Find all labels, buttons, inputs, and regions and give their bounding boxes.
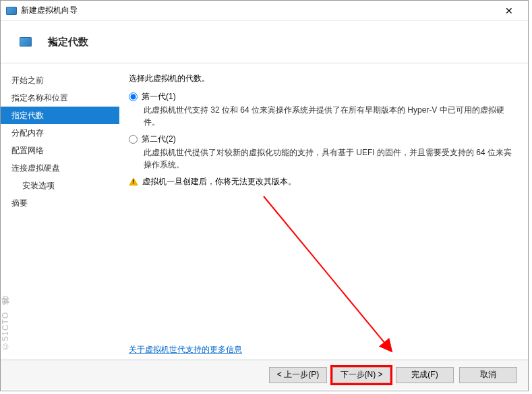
- sidebar-item-vhd[interactable]: 连接虚拟硬盘: [1, 159, 119, 177]
- radio-gen2[interactable]: 第二代(2): [129, 134, 516, 145]
- window-title: 新建虚拟机向导: [21, 5, 496, 16]
- warning-icon: [129, 177, 138, 186]
- sidebar-item-install-options[interactable]: 安装选项: [1, 177, 119, 194]
- next-button[interactable]: 下一步(N) >: [332, 367, 390, 383]
- sidebar-item-name-location[interactable]: 指定名称和位置: [1, 89, 119, 107]
- radio-gen1-label: 第一代(1): [142, 91, 176, 103]
- finish-button[interactable]: 完成(F): [396, 367, 454, 383]
- more-info-link[interactable]: 关于虚拟机世代支持的更多信息: [129, 344, 242, 356]
- wizard-window: 新建虚拟机向导 ✕ ↖ 指定代数 开始之前 指定名称和位置 指定代数 分配内存 …: [0, 0, 529, 391]
- sidebar-item-network[interactable]: 配置网络: [1, 142, 119, 159]
- header-area: ↖ 指定代数: [1, 21, 528, 63]
- gen1-description: 此虚拟机世代支持 32 位和 64 位来宾操作系统并提供了在所有早期版本的 Hy…: [144, 104, 516, 128]
- radio-gen2-label: 第二代(2): [142, 134, 176, 145]
- previous-button[interactable]: < 上一步(P): [269, 367, 327, 383]
- prompt-text: 选择此虚拟机的代数。: [129, 73, 516, 84]
- gen2-description: 此虚拟机世代提供了对较新的虚拟化功能的支持，具有基于 UEFI 的固件，并且需要…: [144, 146, 516, 171]
- sidebar-item-summary[interactable]: 摘要: [1, 194, 119, 212]
- body: 开始之前 指定名称和位置 指定代数 分配内存 配置网络 连接虚拟硬盘 安装选项 …: [1, 63, 528, 360]
- radio-gen1-input[interactable]: [129, 92, 138, 101]
- monitor-icon: [20, 37, 32, 47]
- titlebar: 新建虚拟机向导 ✕: [1, 1, 528, 21]
- warning-text: 虚拟机一旦创建后，你将无法更改其版本。: [142, 176, 296, 188]
- cancel-button[interactable]: 取消: [459, 367, 517, 383]
- sidebar-item-generation[interactable]: 指定代数: [1, 107, 119, 124]
- close-button[interactable]: ✕: [496, 1, 523, 20]
- monitor-icon: [6, 7, 17, 15]
- sidebar-item-memory[interactable]: 分配内存: [1, 124, 119, 142]
- radio-gen1[interactable]: 第一代(1): [129, 91, 516, 103]
- sidebar-item-before-begin[interactable]: 开始之前: [1, 72, 119, 89]
- main-panel: 选择此虚拟机的代数。 第一代(1) 此虚拟机世代支持 32 位和 64 位来宾操…: [119, 63, 528, 360]
- footer: < 上一步(P) 下一步(N) > 完成(F) 取消: [1, 360, 528, 389]
- warning-row: 虚拟机一旦创建后，你将无法更改其版本。: [129, 176, 516, 188]
- watermark: ©51CTO博客: [0, 310, 11, 351]
- sidebar: 开始之前 指定名称和位置 指定代数 分配内存 配置网络 连接虚拟硬盘 安装选项 …: [1, 63, 119, 360]
- radio-gen2-input[interactable]: [129, 135, 138, 144]
